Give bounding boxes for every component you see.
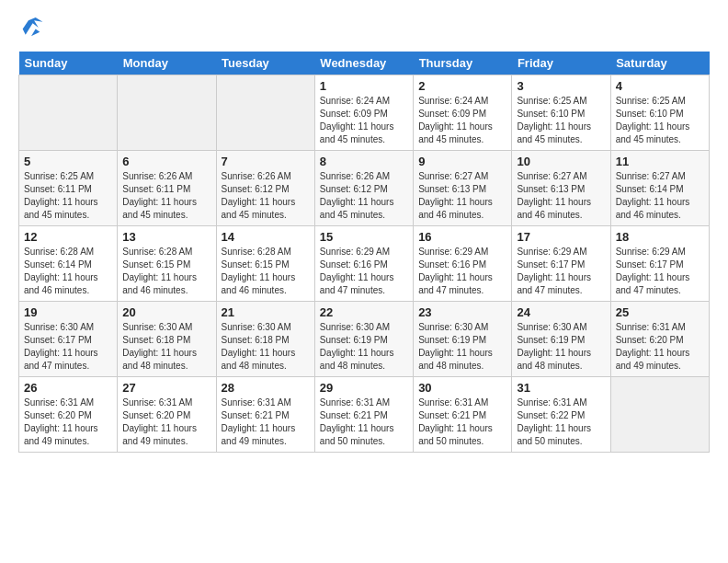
day-info: Sunrise: 6:28 AMSunset: 6:15 PMDaylight:… — [222, 246, 310, 297]
calendar-cell: 3Sunrise: 6:25 AMSunset: 6:10 PMDaylight… — [512, 75, 610, 151]
day-info: Sunrise: 6:30 AMSunset: 6:19 PMDaylight:… — [320, 321, 408, 373]
day-info: Sunrise: 6:27 AMSunset: 6:13 PMDaylight:… — [517, 170, 605, 222]
day-info: Sunrise: 6:29 AMSunset: 6:16 PMDaylight:… — [320, 246, 408, 297]
day-info: Sunrise: 6:24 AMSunset: 6:09 PMDaylight:… — [320, 95, 408, 146]
day-number: 26 — [24, 381, 112, 395]
calendar-cell: 20Sunrise: 6:30 AMSunset: 6:18 PMDayligh… — [118, 302, 216, 377]
day-info: Sunrise: 6:31 AMSunset: 6:20 PMDaylight:… — [122, 396, 210, 448]
calendar-cell: 14Sunrise: 6:28 AMSunset: 6:15 PMDayligh… — [216, 226, 314, 302]
day-number: 6 — [122, 155, 210, 168]
week-row-3: 12Sunrise: 6:28 AMSunset: 6:14 PMDayligh… — [19, 226, 710, 302]
calendar-cell: 31Sunrise: 6:31 AMSunset: 6:22 PMDayligh… — [512, 377, 610, 453]
day-info: Sunrise: 6:30 AMSunset: 6:18 PMDaylight:… — [122, 321, 210, 373]
day-info: Sunrise: 6:31 AMSunset: 6:21 PMDaylight:… — [320, 396, 408, 448]
column-header-friday: Friday — [512, 52, 610, 75]
day-info: Sunrise: 6:30 AMSunset: 6:17 PMDaylight:… — [24, 321, 112, 373]
week-row-4: 19Sunrise: 6:30 AMSunset: 6:17 PMDayligh… — [19, 302, 710, 377]
calendar-cell: 12Sunrise: 6:28 AMSunset: 6:14 PMDayligh… — [19, 226, 118, 302]
column-header-saturday: Saturday — [610, 52, 709, 75]
logo — [18, 15, 48, 40]
day-info: Sunrise: 6:31 AMSunset: 6:21 PMDaylight:… — [222, 396, 310, 448]
day-info: Sunrise: 6:30 AMSunset: 6:19 PMDaylight:… — [418, 321, 506, 373]
calendar-cell: 15Sunrise: 6:29 AMSunset: 6:16 PMDayligh… — [314, 226, 413, 302]
day-info: Sunrise: 6:31 AMSunset: 6:20 PMDaylight:… — [616, 321, 704, 373]
calendar-cell: 22Sunrise: 6:30 AMSunset: 6:19 PMDayligh… — [314, 302, 413, 377]
calendar-cell: 2Sunrise: 6:24 AMSunset: 6:09 PMDaylight… — [414, 75, 512, 151]
day-number: 12 — [24, 230, 112, 244]
day-info: Sunrise: 6:31 AMSunset: 6:20 PMDaylight:… — [24, 396, 112, 448]
svg-marker-0 — [23, 17, 43, 35]
calendar-cell: 28Sunrise: 6:31 AMSunset: 6:21 PMDayligh… — [216, 377, 314, 453]
calendar-cell: 21Sunrise: 6:30 AMSunset: 6:18 PMDayligh… — [216, 302, 314, 377]
calendar-page: SundayMondayTuesdayWednesdayThursdayFrid… — [0, 0, 728, 563]
calendar-cell: 7Sunrise: 6:26 AMSunset: 6:12 PMDaylight… — [216, 151, 314, 226]
calendar-cell: 13Sunrise: 6:28 AMSunset: 6:15 PMDayligh… — [118, 226, 216, 302]
header — [18, 15, 710, 40]
day-number: 8 — [320, 155, 408, 168]
calendar-cell: 4Sunrise: 6:25 AMSunset: 6:10 PMDaylight… — [610, 75, 709, 151]
day-info: Sunrise: 6:26 AMSunset: 6:12 PMDaylight:… — [320, 170, 408, 222]
calendar-cell: 17Sunrise: 6:29 AMSunset: 6:17 PMDayligh… — [512, 226, 610, 302]
day-number: 14 — [222, 230, 310, 244]
calendar-cell: 24Sunrise: 6:30 AMSunset: 6:19 PMDayligh… — [512, 302, 610, 377]
day-number: 21 — [222, 305, 310, 319]
calendar-cell: 1Sunrise: 6:24 AMSunset: 6:09 PMDaylight… — [314, 75, 413, 151]
week-row-2: 5Sunrise: 6:25 AMSunset: 6:11 PMDaylight… — [19, 151, 710, 226]
day-number: 17 — [517, 230, 605, 244]
week-row-1: 1Sunrise: 6:24 AMSunset: 6:09 PMDaylight… — [19, 75, 710, 151]
calendar-cell — [118, 75, 216, 151]
calendar-cell: 6Sunrise: 6:26 AMSunset: 6:11 PMDaylight… — [118, 151, 216, 226]
day-info: Sunrise: 6:29 AMSunset: 6:17 PMDaylight:… — [517, 246, 605, 297]
day-number: 23 — [418, 305, 506, 319]
day-info: Sunrise: 6:29 AMSunset: 6:16 PMDaylight:… — [418, 246, 506, 297]
calendar-cell: 29Sunrise: 6:31 AMSunset: 6:21 PMDayligh… — [314, 377, 413, 453]
svg-marker-1 — [31, 29, 40, 37]
calendar-cell — [216, 75, 314, 151]
day-info: Sunrise: 6:26 AMSunset: 6:11 PMDaylight:… — [122, 170, 210, 222]
day-number: 22 — [320, 305, 408, 319]
calendar-cell: 19Sunrise: 6:30 AMSunset: 6:17 PMDayligh… — [19, 302, 118, 377]
day-info: Sunrise: 6:31 AMSunset: 6:21 PMDaylight:… — [418, 396, 506, 448]
day-info: Sunrise: 6:25 AMSunset: 6:10 PMDaylight:… — [517, 95, 605, 146]
day-number: 29 — [320, 381, 408, 395]
calendar-cell: 5Sunrise: 6:25 AMSunset: 6:11 PMDaylight… — [19, 151, 118, 226]
column-header-wednesday: Wednesday — [314, 52, 413, 75]
column-header-tuesday: Tuesday — [216, 52, 314, 75]
calendar-cell — [19, 75, 118, 151]
day-number: 10 — [517, 155, 605, 168]
logo-bird-icon — [18, 15, 44, 40]
calendar-cell: 23Sunrise: 6:30 AMSunset: 6:19 PMDayligh… — [414, 302, 512, 377]
day-info: Sunrise: 6:31 AMSunset: 6:22 PMDaylight:… — [517, 396, 605, 448]
calendar-cell: 30Sunrise: 6:31 AMSunset: 6:21 PMDayligh… — [414, 377, 512, 453]
calendar-cell: 10Sunrise: 6:27 AMSunset: 6:13 PMDayligh… — [512, 151, 610, 226]
day-number: 11 — [616, 155, 704, 168]
calendar-cell — [610, 377, 709, 453]
day-number: 18 — [616, 230, 704, 244]
day-number: 5 — [24, 155, 112, 168]
day-info: Sunrise: 6:30 AMSunset: 6:18 PMDaylight:… — [222, 321, 310, 373]
day-number: 2 — [418, 79, 506, 93]
day-info: Sunrise: 6:26 AMSunset: 6:12 PMDaylight:… — [222, 170, 310, 222]
day-number: 4 — [616, 79, 704, 93]
day-info: Sunrise: 6:28 AMSunset: 6:14 PMDaylight:… — [24, 246, 112, 297]
day-number: 24 — [517, 305, 605, 319]
day-number: 25 — [616, 305, 704, 319]
calendar-cell: 16Sunrise: 6:29 AMSunset: 6:16 PMDayligh… — [414, 226, 512, 302]
calendar-cell: 26Sunrise: 6:31 AMSunset: 6:20 PMDayligh… — [19, 377, 118, 453]
calendar-cell: 25Sunrise: 6:31 AMSunset: 6:20 PMDayligh… — [610, 302, 709, 377]
day-number: 30 — [418, 381, 506, 395]
calendar-cell: 27Sunrise: 6:31 AMSunset: 6:20 PMDayligh… — [118, 377, 216, 453]
day-number: 28 — [222, 381, 310, 395]
day-number: 16 — [418, 230, 506, 244]
day-number: 9 — [418, 155, 506, 168]
day-info: Sunrise: 6:25 AMSunset: 6:10 PMDaylight:… — [616, 95, 704, 146]
week-row-5: 26Sunrise: 6:31 AMSunset: 6:20 PMDayligh… — [19, 377, 710, 453]
column-header-sunday: Sunday — [19, 52, 118, 75]
column-header-monday: Monday — [118, 52, 216, 75]
day-info: Sunrise: 6:29 AMSunset: 6:17 PMDaylight:… — [616, 246, 704, 297]
calendar-table: SundayMondayTuesdayWednesdayThursdayFrid… — [18, 52, 710, 453]
calendar-cell: 11Sunrise: 6:27 AMSunset: 6:14 PMDayligh… — [610, 151, 709, 226]
day-number: 31 — [517, 381, 605, 395]
day-info: Sunrise: 6:30 AMSunset: 6:19 PMDaylight:… — [517, 321, 605, 373]
day-info: Sunrise: 6:28 AMSunset: 6:15 PMDaylight:… — [122, 246, 210, 297]
